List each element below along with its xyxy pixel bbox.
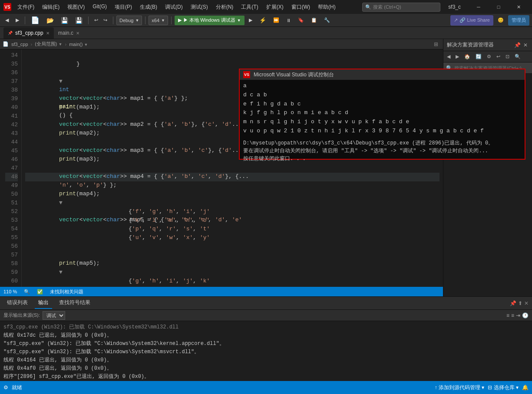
menu-file[interactable]: 文件(F)	[14, 2, 38, 13]
menu-test[interactable]: 测试(S)	[187, 2, 211, 13]
menu-bar: 文件(F) 编辑(E) 视图(V) Git(G) 项目(P) 生成(B) 调试(…	[14, 2, 360, 13]
se-settings-btn[interactable]: ⚙	[485, 53, 493, 60]
start-debug-button[interactable]: ▶ ▶ 本地 Windows 调试器 ▼	[175, 16, 245, 25]
toolbar: ◀ ▶ 📄 📂 💾 💾 ↩ ↪ Debug ▼ x64 ▼ ▶ ▶ 本地 Win…	[0, 14, 532, 27]
tab-main-c[interactable]: main.c ✕	[54, 27, 84, 39]
collapse-indicator-56[interactable]: ▼	[59, 269, 63, 276]
manage-label: 管理员	[512, 17, 526, 23]
tab-sf3-cpp[interactable]: 📌 sf3_cpp.cpp ✕	[3, 27, 54, 39]
tab-output[interactable]: 输出	[35, 297, 52, 309]
menu-extensions[interactable]: 扩展(X)	[263, 2, 287, 13]
maximize-button[interactable]: □	[489, 0, 509, 14]
se-arrow-btn[interactable]: ↩	[495, 53, 502, 60]
se-refresh-btn[interactable]: 🔄	[474, 53, 483, 60]
arch-chevron: ▼	[161, 18, 165, 23]
solution-explorer-title-label: 解决方案资源管理器	[447, 41, 494, 49]
menu-window[interactable]: 窗口(W)	[288, 2, 314, 13]
select-repo-button[interactable]: ⊟ 选择仓库 ▾	[488, 384, 519, 391]
toolbar-btn-8[interactable]: ⏸	[284, 15, 294, 26]
toolbar-btn-9[interactable]: 🔖	[295, 15, 307, 26]
menu-view[interactable]: 视图(V)	[64, 2, 88, 13]
breadcrumb-function[interactable]: main() ▼	[69, 42, 88, 47]
new-file-button[interactable]: 📄	[28, 15, 42, 26]
live-share-button[interactable]: ↗ 🔗 Live Share	[450, 15, 493, 26]
output-indent-btn[interactable]: ⇥	[516, 312, 520, 318]
debug-extra-button[interactable]: ▶	[246, 15, 255, 26]
debug-mode-chevron: ▼	[135, 18, 139, 23]
output-filter-label: 显示输出来源(S):	[3, 312, 40, 318]
tab-find-results[interactable]: 查找符号结果	[56, 297, 94, 309]
no-issues-text: 未找到相关问题	[50, 289, 83, 295]
output-filter-select[interactable]: 调试	[43, 311, 65, 320]
menu-debug[interactable]: 调试(D)	[162, 2, 186, 13]
save-button[interactable]: 💾	[58, 15, 71, 26]
debug-mode-label: Debug	[119, 18, 133, 23]
undo-button[interactable]: ↩	[92, 15, 101, 26]
se-home-btn[interactable]: 🏠	[463, 53, 472, 60]
toolbar-btn-10[interactable]: 📋	[308, 15, 320, 26]
debug-mode-dropdown[interactable]: Debug ▼	[116, 16, 142, 25]
collapse-indicator-36[interactable]: ▼	[59, 78, 63, 85]
toolbar-btn-11[interactable]: 🔧	[321, 15, 333, 26]
output-clock-btn[interactable]: 🕐	[522, 312, 529, 318]
line-45: 45	[5, 147, 18, 155]
output-clear-btn[interactable]: ≡	[506, 312, 509, 318]
back-button[interactable]: ◀	[3, 15, 11, 26]
output-wordwrap-btn[interactable]: ≡	[511, 312, 514, 318]
save-all-button[interactable]: 💾	[73, 15, 85, 26]
se-filter-btn[interactable]: ⊡	[504, 53, 511, 60]
line-60: 60	[5, 277, 18, 286]
zoom-level[interactable]: 110 %	[3, 289, 17, 294]
debug-line-4: k j f g h l p o n m i e a b c d	[243, 108, 521, 118]
tab-sf3-cpp-close[interactable]: ✕	[46, 31, 50, 36]
line-52: 52	[5, 207, 18, 216]
line-36: 36	[5, 69, 18, 77]
collapse-indicator-49[interactable]: ▼	[59, 200, 63, 206]
toolbar-separator-2	[88, 16, 89, 24]
open-button[interactable]: 📂	[44, 15, 56, 26]
minimize-button[interactable]: ─	[469, 0, 489, 14]
se-pin-button[interactable]: 📌	[513, 41, 522, 49]
play-icon: ▶	[178, 17, 182, 23]
redo-button[interactable]: ↪	[101, 15, 110, 26]
se-close-button[interactable]: ✕	[522, 41, 529, 49]
menu-git[interactable]: Git(G)	[89, 2, 110, 13]
se-back-btn[interactable]: ◀	[445, 53, 452, 60]
feedback-button[interactable]: 😊	[495, 15, 506, 26]
tab-main-c-close[interactable]: ✕	[76, 31, 79, 36]
line-40: 40	[5, 103, 18, 112]
menu-analyze[interactable]: 分析(N)	[212, 2, 237, 13]
menu-tools[interactable]: 工具(T)	[238, 2, 261, 13]
breadcrumb-fn-chevron: ▼	[84, 43, 88, 47]
output-panel-float[interactable]: ⬆	[518, 300, 522, 306]
breadcrumb-scope-label: sf3_cpp	[11, 42, 28, 47]
line-49: 49	[5, 181, 18, 190]
close-button[interactable]: ✕	[509, 0, 529, 14]
tab-sf3-cpp-label: sf3_cpp.cpp	[15, 30, 43, 36]
breadcrumb-expand[interactable]: ⊞	[432, 40, 440, 49]
add-to-source-button[interactable]: ↑ 添加到源代码管理 ▾	[435, 384, 485, 391]
debug-line-2: d c a b	[243, 91, 521, 100]
global-search[interactable]: 🔍 搜索 (Ctrl+Q)	[362, 3, 440, 12]
output-panel-header: 错误列表 输出 查找符号结果 📌 ⬆ ✕	[0, 297, 532, 310]
menu-project[interactable]: 项目(P)	[111, 2, 135, 13]
perf-button[interactable]: ⚡	[257, 15, 269, 26]
tab-error-list[interactable]: 错误列表	[3, 297, 31, 309]
se-forward-btn[interactable]: ▶	[454, 53, 461, 60]
menu-build[interactable]: 生成(B)	[136, 2, 161, 13]
debug-console[interactable]: VS Microsoft Visual Studio 调试控制台 a d c a…	[239, 69, 525, 160]
output-panel-close[interactable]: ✕	[524, 300, 529, 306]
manage-button[interactable]: 管理员	[508, 15, 529, 26]
no-issues-label: ✅	[37, 289, 43, 295]
se-search-btn[interactable]: 🔍	[513, 53, 522, 60]
menu-edit[interactable]: 编辑(E)	[39, 2, 63, 13]
output-panel-pin[interactable]: 📌	[510, 300, 516, 306]
breadcrumb-scope[interactable]: (全局范围) ▼	[35, 41, 62, 47]
notification-icon[interactable]: 🔔	[522, 384, 529, 391]
arch-dropdown[interactable]: x64 ▼	[149, 16, 168, 25]
forward-button[interactable]: ▶	[13, 15, 22, 26]
output-line-5: 线程 0x4af0 已退出, 返回值为 0 (0x0)。	[3, 364, 529, 372]
toolbar-btn-7[interactable]: ⏩	[271, 15, 282, 26]
line-47: 47	[5, 164, 18, 173]
menu-help[interactable]: 帮助(H)	[314, 2, 339, 13]
